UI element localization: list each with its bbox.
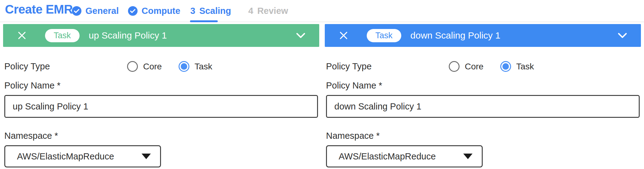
radio-label: Core [143, 62, 162, 72]
policy-type-label: Policy Type [326, 61, 449, 72]
close-icon[interactable] [338, 30, 349, 41]
policy-name-input[interactable] [4, 95, 318, 118]
step-label: Compute [142, 6, 180, 16]
step-number: 3 [190, 6, 195, 16]
panel-title: down Scaling Policy 1 [411, 30, 501, 41]
step-label: General [85, 6, 119, 16]
instance-group-badge: Task [367, 29, 401, 42]
panel-body: Policy Type Core Task Policy Name * [325, 61, 641, 167]
policy-type-row: Policy Type Core Task [326, 61, 641, 72]
policy-type-radio-group: Core Task [127, 61, 212, 72]
policy-name-field: Policy Name * [326, 80, 641, 118]
step-scaling[interactable]: 3 Scaling [190, 0, 231, 22]
policy-name-label: Policy Name * [4, 80, 319, 91]
check-circle-icon [128, 6, 138, 16]
panel-header[interactable]: Task up Scaling Policy 1 [3, 24, 319, 47]
namespace-label: Namespace * [4, 131, 319, 141]
namespace-selected-value: AWS/ElasticMapReduce [17, 151, 114, 162]
radio-option-core[interactable]: Core [127, 61, 162, 72]
scaling-policy-panel-up: Task up Scaling Policy 1 Policy Type Cor… [3, 24, 319, 167]
step-review[interactable]: 4 Review [248, 0, 288, 22]
panel-body: Policy Type Core Task Policy Name * [3, 61, 319, 167]
radio-icon[interactable] [449, 61, 460, 72]
panel-header[interactable]: Task down Scaling Policy 1 [325, 24, 641, 47]
panel-title: up Scaling Policy 1 [89, 30, 167, 41]
namespace-select[interactable]: AWS/ElasticMapReduce [4, 145, 161, 167]
policy-name-input[interactable] [326, 95, 640, 118]
radio-option-task[interactable]: Task [500, 61, 534, 72]
policy-type-label: Policy Type [4, 61, 127, 72]
namespace-label: Namespace * [326, 131, 641, 141]
active-tab-underline [190, 20, 218, 22]
policy-type-radio-group: Core Task [449, 61, 534, 72]
radio-icon[interactable] [500, 61, 511, 72]
wizard-header: Create EMR General Compute 3 Scaling 4 R… [0, 0, 644, 22]
page-title: Create EMR [5, 2, 73, 16]
scaling-panels: Task up Scaling Policy 1 Policy Type Cor… [0, 22, 644, 167]
caret-down-icon [142, 154, 151, 159]
radio-label: Core [465, 62, 484, 72]
step-label: Scaling [199, 6, 231, 16]
close-icon[interactable] [17, 30, 27, 41]
policy-name-label: Policy Name * [326, 80, 641, 91]
radio-label: Task [516, 62, 534, 72]
scaling-policy-panel-down: Task down Scaling Policy 1 Policy Type C… [325, 24, 641, 167]
step-number: 4 [248, 6, 253, 16]
chevron-down-icon[interactable] [617, 32, 627, 39]
radio-option-task[interactable]: Task [179, 61, 213, 72]
namespace-selected-value: AWS/ElasticMapReduce [339, 151, 436, 162]
caret-down-icon [463, 154, 473, 159]
radio-icon[interactable] [179, 61, 189, 72]
policy-type-row: Policy Type Core Task [4, 61, 319, 72]
namespace-field: Namespace * AWS/ElasticMapReduce [4, 131, 319, 167]
policy-name-field: Policy Name * [4, 80, 319, 118]
radio-option-core[interactable]: Core [449, 61, 484, 72]
check-circle-icon [72, 6, 81, 16]
chevron-down-icon[interactable] [296, 32, 306, 39]
step-label: Review [257, 6, 288, 16]
instance-group-badge: Task [45, 29, 80, 42]
step-compute[interactable]: Compute [128, 0, 180, 22]
radio-icon[interactable] [127, 61, 138, 72]
namespace-select[interactable]: AWS/ElasticMapReduce [326, 145, 483, 167]
radio-label: Task [195, 62, 213, 72]
step-general[interactable]: General [72, 0, 119, 22]
namespace-field: Namespace * AWS/ElasticMapReduce [326, 131, 641, 167]
